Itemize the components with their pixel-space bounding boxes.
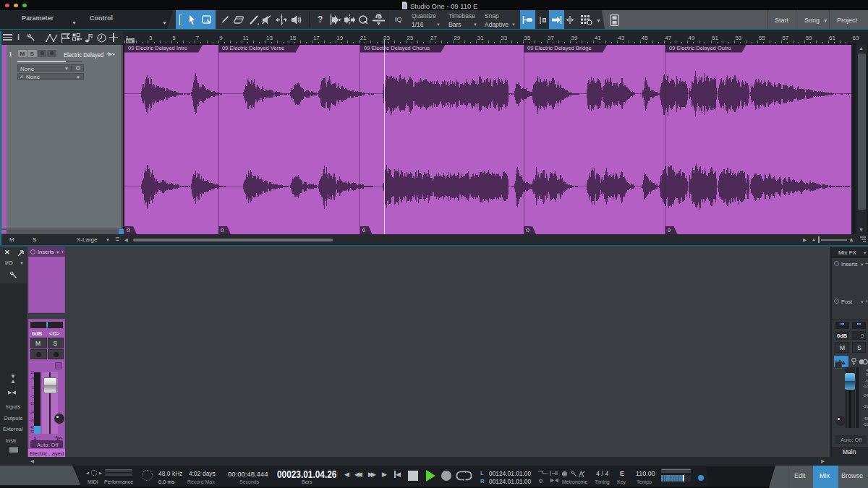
svg-text:b: b — [378, 14, 380, 19]
